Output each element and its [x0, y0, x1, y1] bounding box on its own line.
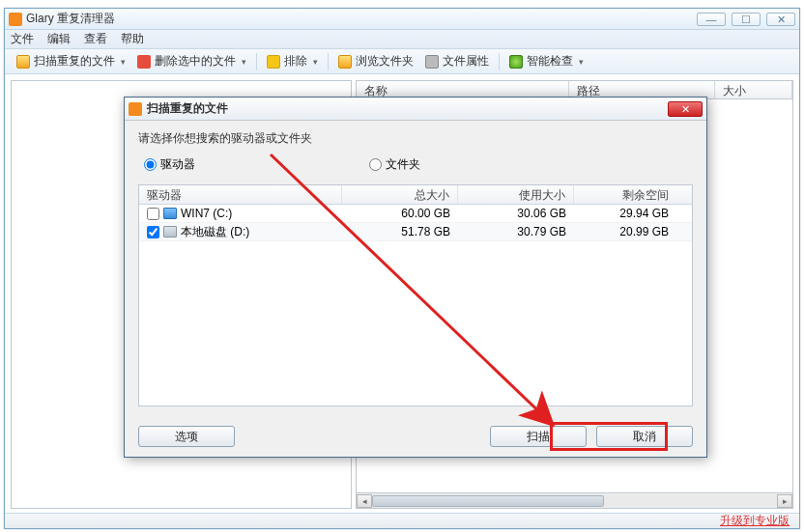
dialog-titlebar: 扫描重复的文件 ✕ [125, 98, 706, 121]
folder-icon [338, 55, 352, 69]
col-size[interactable]: 大小 [715, 81, 792, 98]
menu-edit[interactable]: 编辑 [47, 31, 71, 47]
tool-scan-duplicates[interactable]: 扫描重复的文件▾ [11, 51, 131, 71]
delete-icon [137, 55, 151, 69]
tool-browse-folder[interactable]: 浏览文件夹 [332, 51, 419, 71]
drive-table: 驱动器 总大小 使用大小 剩余空间 WIN7 (C:) 60.00 GB 30.… [138, 184, 693, 406]
th-free[interactable]: 剩余空间 [574, 185, 692, 204]
options-button[interactable]: 选项 [138, 426, 235, 447]
radio-drive[interactable]: 驱动器 [144, 156, 195, 173]
drive-checkbox[interactable] [147, 208, 159, 220]
statusbar: 升级到专业版 [5, 513, 799, 528]
menu-view[interactable]: 查看 [84, 31, 107, 47]
tool-exclude[interactable]: 排除▾ [261, 51, 324, 71]
titlebar: Glary 重复清理器 — ☐ ✕ [5, 9, 799, 30]
scroll-left-button[interactable]: ◂ [357, 494, 372, 508]
dialog-icon [129, 102, 142, 116]
scroll-right-button[interactable]: ▸ [777, 494, 792, 508]
check-icon [509, 55, 523, 69]
exclude-icon [267, 55, 280, 69]
menubar: 文件 编辑 查看 帮助 [5, 30, 799, 49]
upgrade-link[interactable]: 升级到专业版 [720, 513, 790, 529]
dialog-title: 扫描重复的文件 [147, 100, 668, 117]
tool-delete-selected[interactable]: 删除选中的文件▾ [131, 51, 252, 71]
tool-smart-check[interactable]: 智能检查▾ [503, 51, 589, 71]
th-total[interactable]: 总大小 [342, 185, 458, 204]
radio-folder[interactable]: 文件夹 [369, 156, 420, 173]
toolbar: 扫描重复的文件▾ 删除选中的文件▾ 排除▾ 浏览文件夹 文件属性 智能检查▾ [5, 49, 799, 74]
table-row[interactable]: WIN7 (C:) 60.00 GB 30.06 GB 29.94 GB [139, 205, 692, 223]
maximize-button[interactable]: ☐ [732, 13, 761, 26]
scan-icon [16, 55, 30, 69]
scroll-thumb[interactable] [372, 495, 604, 507]
app-icon [9, 13, 22, 26]
window-title: Glary 重复清理器 [26, 11, 697, 27]
scan-button[interactable]: 扫描 [490, 426, 587, 447]
th-drive[interactable]: 驱动器 [139, 185, 342, 204]
drive-checkbox[interactable] [147, 226, 159, 238]
th-used[interactable]: 使用大小 [458, 185, 574, 204]
dialog-instruction: 请选择你想搜索的驱动器或文件夹 [138, 130, 693, 147]
cancel-button[interactable]: 取消 [596, 426, 693, 447]
minimize-button[interactable]: — [697, 13, 726, 26]
dialog-close-button[interactable]: ✕ [668, 101, 703, 117]
dialog-scan-duplicates: 扫描重复的文件 ✕ 请选择你想搜索的驱动器或文件夹 驱动器 文件夹 驱动器 总大… [124, 97, 707, 458]
horizontal-scrollbar[interactable]: ◂ ▸ [356, 493, 793, 509]
close-button[interactable]: ✕ [766, 13, 795, 26]
menu-file[interactable]: 文件 [11, 31, 34, 47]
table-row[interactable]: 本地磁盘 (D:) 51.78 GB 30.79 GB 20.99 GB [139, 223, 692, 241]
menu-help[interactable]: 帮助 [121, 31, 144, 47]
tool-file-properties[interactable]: 文件属性 [419, 51, 495, 71]
properties-icon [425, 55, 439, 69]
drive-icon [163, 226, 177, 238]
drive-icon [163, 208, 177, 219]
